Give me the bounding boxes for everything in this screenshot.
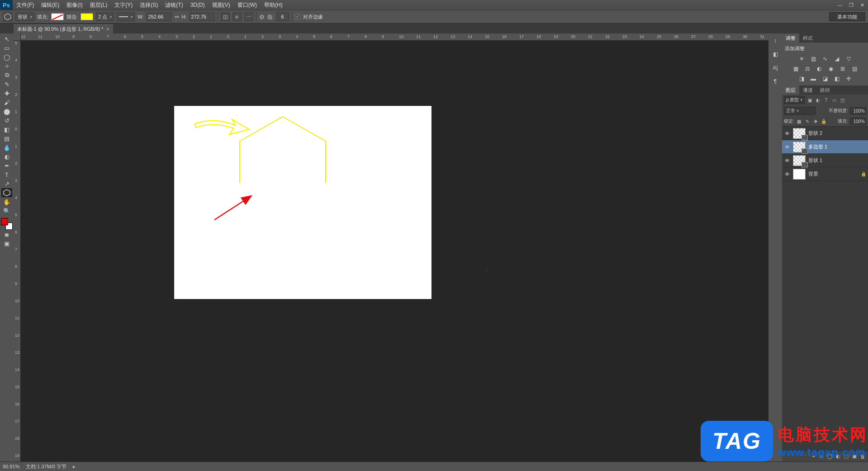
- adj-thresh-icon[interactable]: ◪: [821, 75, 829, 82]
- menu-item[interactable]: 文件(F): [13, 0, 38, 10]
- tab-channels[interactable]: 通道: [799, 86, 816, 95]
- adj-balance-icon[interactable]: ⚖: [803, 65, 811, 72]
- visibility-icon[interactable]: 👁: [784, 144, 790, 150]
- adj-mixer-icon[interactable]: ⊞: [839, 65, 847, 72]
- stamp-tool-icon[interactable]: ⬤: [1, 107, 12, 116]
- menu-item[interactable]: 选择(S): [136, 0, 161, 10]
- fill-input[interactable]: 100%: [850, 118, 866, 125]
- quickmask-icon[interactable]: ◙: [1, 230, 12, 239]
- adj-gradmap-icon[interactable]: ◧: [833, 75, 841, 82]
- adj-curves-icon[interactable]: ∿: [821, 55, 829, 62]
- workspace-switcher[interactable]: 基本功能: [829, 12, 865, 21]
- type-tool-icon[interactable]: T: [1, 170, 12, 179]
- gradient-tool-icon[interactable]: ▤: [1, 134, 12, 143]
- gear-icon[interactable]: ⚙: [259, 14, 265, 20]
- blur-tool-icon[interactable]: 💧: [1, 143, 12, 152]
- adj-invert-icon[interactable]: ◨: [797, 75, 806, 82]
- layer-thumbnail[interactable]: [793, 128, 806, 139]
- layer-row[interactable]: 👁形状 2: [782, 127, 868, 140]
- polygon-tool-icon[interactable]: [3, 12, 13, 22]
- layer-row[interactable]: 👁多边形 1: [782, 140, 868, 154]
- path-align[interactable]: ≡: [232, 12, 242, 21]
- chevron-right-icon[interactable]: ▸: [73, 464, 76, 470]
- ruler-horizontal[interactable]: 1211109876543210123456789101112131415161…: [21, 33, 768, 41]
- tab-styles[interactable]: 样式: [799, 33, 816, 43]
- layer-name[interactable]: 形状 2: [808, 130, 822, 137]
- tab-paths[interactable]: 路径: [816, 86, 834, 95]
- hand-tool-icon[interactable]: ✋: [1, 197, 12, 206]
- layer-thumbnail[interactable]: [793, 169, 806, 180]
- fill-swatch[interactable]: [51, 13, 64, 20]
- foreground-color[interactable]: [1, 218, 8, 225]
- ruler-vertical[interactable]: 54321012345678910111213141516171819: [14, 41, 21, 461]
- height-input[interactable]: [190, 12, 215, 21]
- path-arrange[interactable]: ⋯: [244, 12, 253, 21]
- ruler-origin[interactable]: [14, 33, 21, 41]
- history-panel-icon[interactable]: ↕: [771, 36, 780, 45]
- align-edges-checkbox[interactable]: ✓: [295, 14, 300, 19]
- menu-item[interactable]: 滤镜(T): [161, 0, 186, 10]
- visibility-icon[interactable]: 👁: [784, 158, 790, 163]
- adj-poster-icon[interactable]: ▬: [809, 75, 817, 82]
- stroke-style-dropdown[interactable]: [117, 12, 135, 21]
- menu-item[interactable]: 3D(D): [187, 0, 209, 10]
- stroke-swatch[interactable]: [81, 13, 93, 20]
- history-brush-tool-icon[interactable]: ↺: [1, 116, 12, 125]
- layer-thumbnail[interactable]: [793, 155, 806, 166]
- visibility-icon[interactable]: 👁: [784, 171, 790, 177]
- link-icon[interactable]: ⇔: [175, 14, 179, 20]
- adj-brightness-icon[interactable]: ☀: [797, 55, 806, 62]
- menu-item[interactable]: 编辑(E): [38, 0, 63, 10]
- shape-tool-icon[interactable]: [1, 188, 12, 197]
- layer-name[interactable]: 多边形 1: [808, 143, 827, 150]
- adj-exposure-icon[interactable]: ◢: [833, 55, 841, 62]
- eyedropper-tool-icon[interactable]: ✎: [1, 80, 12, 89]
- layer-thumbnail[interactable]: [793, 142, 806, 152]
- close-button[interactable]: ✕: [857, 1, 868, 9]
- eraser-tool-icon[interactable]: ◧: [1, 125, 12, 134]
- menu-item[interactable]: 图像(I): [63, 0, 86, 10]
- width-input[interactable]: [147, 12, 172, 21]
- lock-trans-icon[interactable]: ▩: [796, 118, 802, 124]
- adj-levels-icon[interactable]: ▥: [809, 55, 817, 62]
- menu-item[interactable]: 视图(V): [209, 0, 234, 10]
- filter-shape-icon[interactable]: ▭: [831, 97, 837, 103]
- layer-row[interactable]: 👁背景🔒: [782, 167, 868, 181]
- pen-tool-icon[interactable]: ✒: [1, 161, 12, 170]
- visibility-icon[interactable]: 👁: [784, 131, 790, 136]
- menu-item[interactable]: 文字(Y): [111, 0, 136, 10]
- dodge-tool-icon[interactable]: ◐: [1, 152, 12, 161]
- adj-photo-icon[interactable]: ◉: [827, 65, 835, 72]
- close-tab-icon[interactable]: ✕: [106, 27, 109, 32]
- tab-adjustments[interactable]: 调整: [782, 33, 799, 43]
- layer-filter-dropdown[interactable]: ρ 类型: [784, 96, 805, 104]
- filter-smart-icon[interactable]: ◫: [839, 97, 845, 103]
- adj-lut-icon[interactable]: ▤: [850, 65, 859, 72]
- char-panel-icon[interactable]: A|: [771, 63, 780, 72]
- adj-selective-icon[interactable]: ✣: [844, 75, 853, 82]
- layer-name[interactable]: 背景: [808, 171, 818, 177]
- layer-row[interactable]: 👁形状 1: [782, 154, 868, 167]
- blend-mode-dropdown[interactable]: 正常: [784, 107, 816, 115]
- document-canvas[interactable]: ┼: [174, 106, 432, 299]
- mode-dropdown[interactable]: 形状: [15, 12, 34, 21]
- color-panel-icon[interactable]: ◧: [771, 50, 780, 59]
- menu-item[interactable]: 图层(L): [86, 0, 111, 10]
- screenmode-icon[interactable]: ▣: [1, 239, 12, 248]
- document-tab[interactable]: 未标题-1 @ 90.9% (多边形 1, RGB/8) * ✕: [14, 24, 113, 33]
- color-wells[interactable]: [1, 218, 13, 230]
- layer-name[interactable]: 形状 1: [808, 157, 822, 164]
- filter-type-icon[interactable]: T: [823, 97, 829, 103]
- zoom-level[interactable]: 90.91%: [3, 464, 19, 469]
- stroke-width-dropdown[interactable]: 2 点: [96, 12, 114, 21]
- lock-all-icon[interactable]: 🔒: [821, 118, 827, 124]
- minimize-button[interactable]: —: [834, 1, 845, 9]
- maximize-button[interactable]: ❐: [845, 1, 857, 9]
- filter-adj-icon[interactable]: ◐: [815, 97, 821, 103]
- menu-item[interactable]: 窗口(W): [234, 0, 261, 10]
- wand-tool-icon[interactable]: ✧: [1, 62, 12, 71]
- adj-bw-icon[interactable]: ◐: [815, 65, 823, 72]
- crop-tool-icon[interactable]: ⧉: [1, 71, 12, 80]
- healing-tool-icon[interactable]: ✚: [1, 89, 12, 98]
- para-panel-icon[interactable]: ¶: [771, 77, 780, 86]
